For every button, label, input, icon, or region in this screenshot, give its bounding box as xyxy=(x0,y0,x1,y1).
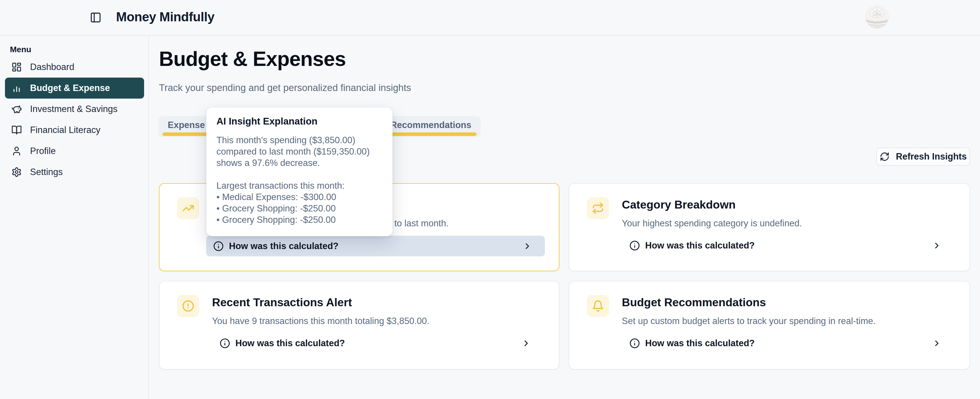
bar-chart-icon xyxy=(11,82,22,94)
page-subtitle: Track your spending and get personalized… xyxy=(159,82,411,93)
how-calculated-label: How was this calculated? xyxy=(229,241,339,251)
refresh-icon xyxy=(880,152,889,162)
info-icon xyxy=(213,241,224,251)
page-title: Budget & Expenses xyxy=(159,47,346,71)
sidebar-item-label: Financial Literacy xyxy=(30,125,100,135)
chevron-right-icon xyxy=(522,339,531,348)
chevron-right-icon xyxy=(932,241,942,250)
sidebar-item-label: Profile xyxy=(30,146,56,156)
piggy-bank-icon xyxy=(11,103,22,115)
info-icon xyxy=(629,240,640,251)
how-calculated-label: How was this calculated? xyxy=(235,338,345,348)
popover-paragraph: This month's spending ($3,850.00) compar… xyxy=(216,135,382,169)
popover-bullet: • Grocery Shopping: -$250.00 xyxy=(216,214,382,226)
info-icon xyxy=(629,338,640,348)
alert-circle-icon xyxy=(177,295,199,317)
popover-spacer xyxy=(216,169,382,180)
sidebar-nav: Dashboard Budget & Expense Investment & … xyxy=(0,57,149,183)
refresh-insights-label: Refresh Insights xyxy=(896,151,967,162)
card-title: Category Breakdown xyxy=(622,198,736,211)
layout-dashboard-icon xyxy=(11,61,22,73)
how-calculated-row-budget[interactable]: How was this calculated? xyxy=(622,334,952,353)
panel-left-icon xyxy=(90,12,102,23)
chevron-right-icon xyxy=(932,339,942,348)
ai-insight-popover: AI Insight Explanation This month's spen… xyxy=(206,107,393,236)
sidebar: Menu Dashboard Budget & Expense Investme… xyxy=(0,36,149,399)
how-calculated-row-category[interactable]: How was this calculated? xyxy=(622,236,952,255)
avatar-image xyxy=(865,5,888,28)
book-open-icon xyxy=(11,124,22,136)
how-calculated-label: How was this calculated? xyxy=(645,338,755,348)
card-recent-transactions-alert: Recent Transactions Alert You have 9 tra… xyxy=(159,281,559,370)
how-calculated-row-spending[interactable]: How was this calculated? xyxy=(206,236,545,256)
popover-bullet: • Grocery Shopping: -$250.00 xyxy=(216,203,382,214)
how-calculated-row-transactions[interactable]: How was this calculated? xyxy=(212,334,541,353)
card-category-breakdown: Category Breakdown Your highest spending… xyxy=(569,183,970,271)
refresh-insights-button[interactable]: Refresh Insights xyxy=(876,148,970,166)
card-description-fragment: to last month. xyxy=(395,218,449,229)
sidebar-item-budget-expense[interactable]: Budget & Expense xyxy=(5,78,144,99)
gear-icon xyxy=(11,166,22,178)
card-title: Budget Recommendations xyxy=(622,296,766,309)
top-header: Money Mindfully xyxy=(0,0,980,36)
card-description: Your highest spending category is undefi… xyxy=(622,218,802,229)
chevron-right-icon xyxy=(523,242,532,251)
app-title: Money Mindfully xyxy=(116,10,215,24)
sidebar-item-label: Settings xyxy=(30,167,63,177)
sidebar-item-financial-literacy[interactable]: Financial Literacy xyxy=(5,119,144,141)
sidebar-item-investment-savings[interactable]: Investment & Savings xyxy=(5,99,144,119)
sidebar-item-label: Investment & Savings xyxy=(30,104,118,114)
user-icon xyxy=(11,145,22,157)
sidebar-toggle-button[interactable] xyxy=(89,11,103,24)
info-icon xyxy=(220,338,230,348)
sidebar-item-label: Budget & Expense xyxy=(30,83,110,93)
sidebar-item-settings[interactable]: Settings xyxy=(5,162,144,183)
card-title: Recent Transactions Alert xyxy=(212,296,352,309)
trending-up-icon xyxy=(177,197,199,219)
popover-list-header: Largest transactions this month: xyxy=(216,180,382,191)
user-avatar[interactable] xyxy=(865,5,888,28)
card-description: Set up custom budget alerts to track you… xyxy=(622,316,876,326)
how-calculated-label: How was this calculated? xyxy=(645,240,755,251)
sidebar-item-profile[interactable]: Profile xyxy=(5,141,144,162)
sidebar-item-dashboard[interactable]: Dashboard xyxy=(5,57,144,78)
bell-icon xyxy=(587,295,609,317)
card-description: You have 9 transactions this month total… xyxy=(212,316,430,326)
sidebar-item-label: Dashboard xyxy=(30,62,75,72)
card-budget-recommendations: Budget Recommendations Set up custom bud… xyxy=(569,281,970,370)
app-window: Money Mindfully xyxy=(0,0,980,399)
popover-title: AI Insight Explanation xyxy=(216,116,382,127)
repeat-icon xyxy=(587,197,609,219)
popover-bullet: • Medical Expenses: -$300.00 xyxy=(216,191,382,203)
sidebar-section-label: Menu xyxy=(10,45,31,54)
